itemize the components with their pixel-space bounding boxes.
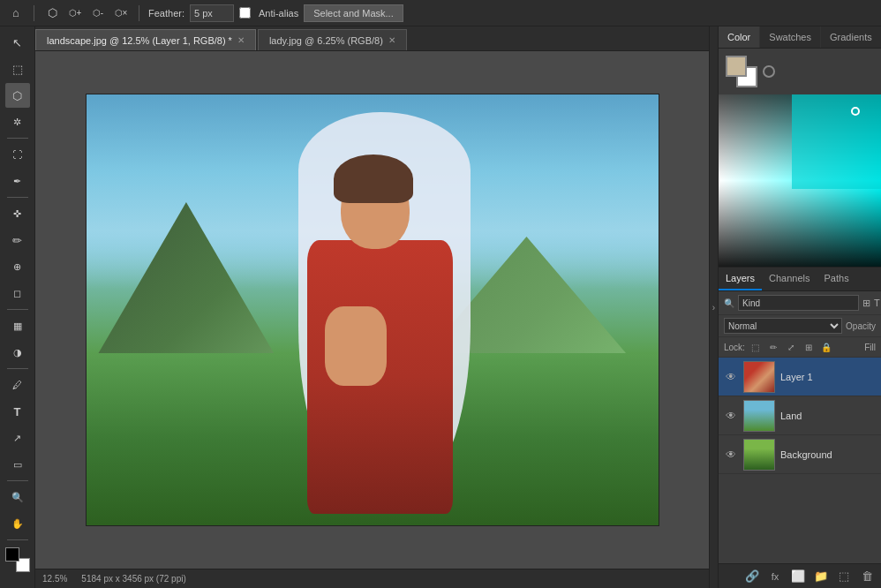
pen-tool[interactable]: 🖊 [5,373,30,397]
tab-swatches[interactable]: Swatches [760,26,821,48]
lasso-tool[interactable]: ⬡ [5,83,30,108]
status-bar: 12.5% 5184 px x 3456 px (72 ppi) [35,569,709,588]
lasso-subtract-icon[interactable]: ⬡- [89,4,107,22]
link-layers-button[interactable]: 🔗 [743,568,761,585]
layers-bottom-bar: 🔗 fx ⬜ 📁 ⬚ 🗑 [719,563,881,588]
land-visibility-toggle[interactable]: 👁 [724,409,738,423]
add-fx-button[interactable]: fx [766,568,784,585]
blend-mode-select[interactable]: Normal Multiply Screen [724,318,842,334]
cyan-region [792,94,881,189]
background-visibility-toggle[interactable]: 👁 [724,448,738,462]
tab-landscape-close[interactable]: ✕ [237,35,245,45]
add-mask-button[interactable]: ⬜ [789,568,807,585]
path-select-tool[interactable]: ↗ [5,426,30,450]
lasso-add-icon[interactable]: ⬡+ [66,4,84,22]
select-and-mask-button[interactable]: Select and Mask... [304,4,403,22]
canvas-area: landscape.jpg @ 12.5% (Layer 1, RGB/8) *… [35,26,709,588]
type-tool[interactable]: T [5,399,30,424]
zoom-tool[interactable]: 🔍 [5,485,30,509]
tool-separator [7,368,28,369]
layers-filter-icon[interactable]: ⊞ [862,295,870,311]
layer-item-land[interactable]: 👁 Land [719,396,881,435]
lasso-icon[interactable]: ⬡ [43,4,61,22]
land-name: Land [780,411,876,421]
move-tool[interactable]: ↖ [5,30,30,55]
background-name: Background [780,449,876,460]
fill-label: Fill [864,343,876,352]
canvas-viewport[interactable] [35,51,709,569]
tab-paths[interactable]: Paths [817,268,856,290]
fg-bg-swatches [726,56,757,87]
layer1-info: Layer 1 [780,372,876,382]
home-icon[interactable]: ⌂ [7,4,25,22]
color-spectrum[interactable] [719,94,881,267]
foreground-color-swatch[interactable] [726,56,747,77]
lock-position-icon[interactable]: ✏ [766,340,780,354]
healing-brush-tool[interactable]: ✜ [5,201,30,226]
tool-separator [7,309,28,310]
search-icon: 🔍 [724,298,734,308]
anti-alias-checkbox[interactable] [239,7,251,19]
color-pickers [719,49,881,94]
lock-row: Lock: ⬚ ✏ ⤢ ⊞ 🔒 Fill [719,337,881,358]
layer-item-layer1[interactable]: 👁 Layer 1 [719,358,881,396]
layers-type-icon[interactable]: T [874,295,880,311]
lock-label: Lock: [724,343,745,352]
opacity-label: Opacity [846,321,876,331]
hand-tool[interactable]: ✋ [5,511,30,536]
lock-transform-icon[interactable]: ⤢ [784,340,798,354]
tab-landscape[interactable]: landscape.jpg @ 12.5% (Layer 1, RGB/8) *… [35,29,256,50]
tab-lady-close[interactable]: ✕ [388,35,395,45]
color-panel-tabs: Color Swatches Gradients [719,26,881,49]
separator [34,5,34,21]
tab-layers[interactable]: Layers [719,268,762,290]
tool-separator [7,197,28,198]
layer1-name: Layer 1 [780,372,876,382]
new-layer-button[interactable]: ⬚ [835,568,853,585]
gradient-tool[interactable]: ▦ [5,313,30,338]
land-thumbnail [743,400,775,432]
woman-hair [334,155,413,203]
tool-separator [7,138,28,139]
feather-label: Feather: [148,8,184,19]
tab-landscape-label: landscape.jpg @ 12.5% (Layer 1, RGB/8) * [47,35,232,46]
rectangle-select-tool[interactable]: ⬚ [5,57,30,81]
spectrum-crosshair [851,107,860,116]
eraser-tool[interactable]: ◻ [5,281,30,305]
background-thumbnail [743,439,775,471]
feather-input[interactable] [190,4,234,22]
land-info: Land [780,411,876,421]
delete-layer-button[interactable]: 🗑 [858,568,876,585]
right-panel: Color Swatches Gradients L [718,26,881,588]
clone-stamp-tool[interactable]: ⊕ [5,254,30,279]
new-group-button[interactable]: 📁 [812,568,830,585]
crop-tool[interactable]: ⛶ [5,142,30,167]
brush-tool[interactable]: ✏ [5,228,30,253]
tab-lady[interactable]: lady.jpg @ 6.25% (RGB/8) ✕ [258,29,407,50]
layer-item-background[interactable]: 👁 Background [719,435,881,474]
panel-collapse-button[interactable]: › [709,26,718,588]
lock-all-icon[interactable]: 🔒 [819,340,833,354]
layers-search-input[interactable] [738,295,859,311]
layer1-visibility-toggle[interactable]: 👁 [724,370,738,384]
shape-tool[interactable]: ▭ [5,452,30,477]
background-info: Background [780,449,876,460]
lasso-intersect-icon[interactable]: ⬡× [112,4,130,22]
color-circle-indicator[interactable] [763,65,775,78]
fg-color-toolbar[interactable] [5,547,19,562]
eyedropper-tool[interactable]: ✒ [5,169,30,193]
blend-mode-row: Normal Multiply Screen Opacity [719,315,881,337]
dodge-tool[interactable]: ◑ [5,340,30,365]
top-toolbar: ⌂ ⬡ ⬡+ ⬡- ⬡× Feather: Anti-alias Select … [0,0,881,26]
layers-tabs: Layers Channels Paths [719,268,881,291]
lock-pixels-icon[interactable]: ⬚ [749,340,763,354]
tool-separator [7,480,28,481]
tab-gradients[interactable]: Gradients [821,26,881,48]
magic-wand-tool[interactable]: ✲ [5,109,30,134]
lock-artboard-icon[interactable]: ⊞ [802,340,816,354]
separator [139,5,139,21]
tab-color[interactable]: Color [719,26,760,48]
color-panel: Color Swatches Gradients [719,26,881,268]
left-toolbar: ↖ ⬚ ⬡ ✲ ⛶ ✒ ✜ ✏ ⊕ ◻ ▦ ◑ 🖊 T ↗ ▭ 🔍 ✋ [0,26,35,588]
tab-channels[interactable]: Channels [762,268,817,290]
